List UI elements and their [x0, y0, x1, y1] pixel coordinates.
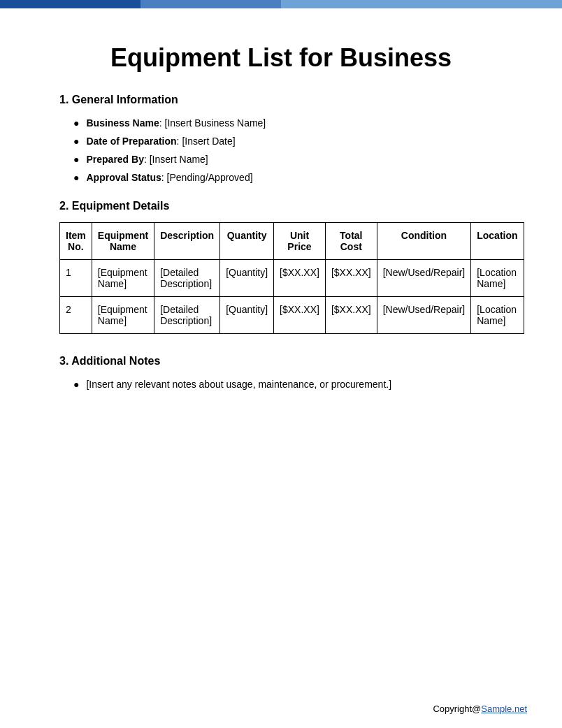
footer-prefix: Copyright@ — [433, 704, 481, 714]
note-text: [Insert any relevant notes about usage, … — [86, 379, 391, 390]
table-row: 2 [Equipment Name] [Detailed Description… — [60, 297, 524, 334]
header-bar-segment-3 — [281, 0, 562, 8]
section-general-information: 1. General Information Business Name : [… — [59, 94, 503, 183]
list-item-business-name: Business Name : [Insert Business Name] — [73, 117, 503, 129]
info-list: Business Name : [Insert Business Name] D… — [73, 117, 503, 183]
section-equipment-details: 2. Equipment Details Item No. Equipment … — [59, 200, 503, 334]
section1-heading: 1. General Information — [59, 94, 503, 106]
cell-equipment-name-2: [Equipment Name] — [92, 297, 154, 334]
label-approval-status: Approval Status — [86, 172, 161, 183]
col-header-condition: Condition — [377, 223, 471, 260]
document-title: Equipment List for Business — [59, 43, 503, 73]
value-prepared-by: : [Insert Name] — [144, 154, 208, 165]
header-bar-segment-1 — [0, 0, 140, 8]
list-item-prepared-by: Prepared By : [Insert Name] — [73, 154, 503, 165]
col-header-location: Location — [471, 223, 524, 260]
col-header-total-cost: Total Cost — [325, 223, 377, 260]
label-business-name: Business Name — [86, 117, 159, 129]
col-header-item-no: Item No. — [60, 223, 92, 260]
header-bar — [0, 0, 562, 8]
section2-heading: 2. Equipment Details — [59, 200, 503, 212]
col-header-quantity: Quantity — [220, 223, 274, 260]
additional-notes-list: [Insert any relevant notes about usage, … — [73, 379, 503, 390]
label-date-preparation: Date of Preparation — [86, 136, 176, 147]
cell-quantity-2: [Quantity] — [220, 297, 274, 334]
footer: Copyright@Sample.net — [433, 704, 527, 714]
value-approval-status: : [Pending/Approved] — [161, 172, 253, 183]
section-additional-notes: 3. Additional Notes [Insert any relevant… — [59, 355, 503, 390]
section3-heading: 3. Additional Notes — [59, 355, 503, 367]
cell-item-no-1: 1 — [60, 260, 92, 297]
cell-condition-2: [New/Used/Repair] — [377, 297, 471, 334]
cell-quantity-1: [Quantity] — [220, 260, 274, 297]
cell-total-cost-1: [$XX.XX] — [325, 260, 377, 297]
cell-description-1: [Detailed Description] — [154, 260, 220, 297]
cell-item-no-2: 2 — [60, 297, 92, 334]
col-header-unit-price: Unit Price — [274, 223, 326, 260]
cell-total-cost-2: [$XX.XX] — [325, 297, 377, 334]
equipment-table: Item No. Equipment Name Description Quan… — [59, 222, 524, 334]
cell-description-2: [Detailed Description] — [154, 297, 220, 334]
cell-location-2: [Location Name] — [471, 297, 524, 334]
value-date-preparation: : [Insert Date] — [177, 136, 236, 147]
label-prepared-by: Prepared By — [86, 154, 143, 165]
table-header-row: Item No. Equipment Name Description Quan… — [60, 223, 524, 260]
cell-unit-price-2: [$XX.XX] — [274, 297, 326, 334]
value-business-name: : [Insert Business Name] — [159, 117, 266, 129]
col-header-description: Description — [154, 223, 220, 260]
table-row: 1 [Equipment Name] [Detailed Description… — [60, 260, 524, 297]
cell-condition-1: [New/Used/Repair] — [377, 260, 471, 297]
page: Equipment List for Business 1. General I… — [0, 0, 562, 728]
list-item-note: [Insert any relevant notes about usage, … — [73, 379, 503, 390]
header-bar-segment-2 — [140, 0, 281, 8]
list-item-approval-status: Approval Status : [Pending/Approved] — [73, 172, 503, 183]
cell-equipment-name-1: [Equipment Name] — [92, 260, 154, 297]
list-item-date-preparation: Date of Preparation : [Insert Date] — [73, 136, 503, 147]
cell-unit-price-1: [$XX.XX] — [274, 260, 326, 297]
col-header-equipment-name: Equipment Name — [92, 223, 154, 260]
cell-location-1: [Location Name] — [471, 260, 524, 297]
footer-link[interactable]: Sample.net — [481, 704, 527, 714]
content: Equipment List for Business 1. General I… — [0, 8, 562, 439]
